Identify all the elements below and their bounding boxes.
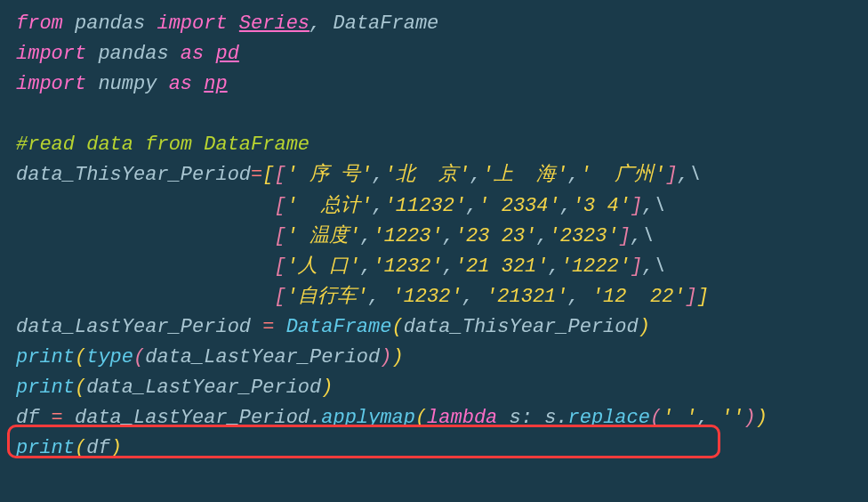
string-literal: ''	[720, 407, 743, 429]
code-line-blank	[16, 100, 852, 130]
paren-icon: (	[391, 316, 403, 338]
bracket-icon: ]	[619, 225, 631, 247]
module-name: pandas	[75, 12, 145, 35]
paren-icon: (	[75, 346, 86, 368]
builtin-print: print	[16, 437, 75, 459]
bracket-icon: ]	[686, 286, 697, 308]
module-name: numpy	[98, 73, 157, 95]
bracket-icon: [	[274, 286, 285, 308]
string-literal: '1232'	[391, 286, 462, 308]
code-line-1: from pandas import Series, DataFrame	[16, 9, 852, 39]
paren-icon: (	[650, 407, 662, 429]
builtin-print: print	[16, 376, 75, 399]
lambda-param: s	[510, 407, 521, 429]
keyword-from: from	[16, 12, 63, 35]
string-literal: '1222'	[560, 255, 631, 278]
continuation: \	[654, 195, 665, 217]
code-line-14: df = data_LastYear_Period.applymap(lambd…	[16, 403, 852, 433]
keyword-as: as	[169, 73, 192, 95]
code-line-3: import numpy as np	[16, 69, 852, 100]
string-literal: '11232'	[384, 195, 466, 217]
import-name: DataFrame	[333, 12, 438, 35]
continuation: \	[642, 225, 654, 247]
class-call: DataFrame	[286, 316, 392, 338]
string-literal: ' 广州'	[580, 164, 666, 186]
variable: data_LastYear_Period	[16, 316, 251, 338]
bracket-icon: [	[262, 164, 274, 186]
bracket-icon: [	[274, 164, 285, 186]
argument: data_LastYear_Period	[86, 376, 321, 399]
argument: df	[86, 437, 109, 459]
string-literal: '上 海'	[482, 164, 568, 186]
bracket-icon: ]	[666, 164, 678, 186]
paren-icon: )	[110, 437, 122, 459]
paren-icon: (	[75, 437, 86, 459]
keyword-import: import	[157, 12, 227, 35]
string-literal: '1232'	[372, 255, 442, 278]
paren-icon: )	[321, 376, 333, 399]
code-line-11: data_LastYear_Period = DataFrame(data_Th…	[16, 312, 852, 343]
code-line-2: import pandas as pd	[16, 39, 852, 69]
code-line-10: ['自行车', '1232', '21321', '12 22']]	[16, 282, 852, 312]
string-literal: ' 2334'	[478, 195, 559, 217]
string-literal: ' 总计'	[286, 195, 373, 217]
bracket-icon: ]	[631, 255, 642, 278]
argument: data_LastYear_Period	[145, 346, 380, 368]
string-literal: '1223'	[372, 225, 442, 247]
variable: data_ThisYear_Period	[16, 164, 251, 186]
paren-icon: (	[415, 407, 427, 429]
code-line-13: print(data_LastYear_Period)	[16, 373, 852, 403]
paren-icon: )	[639, 316, 650, 338]
continuation: \	[654, 255, 665, 278]
string-literal: ' '	[662, 407, 697, 429]
string-literal: '12 22'	[591, 286, 686, 308]
code-line-7: [' 总计','11232',' 2334','3 4'],\	[16, 191, 852, 222]
code-line-6: data_ThisYear_Period=[[' 序 号','北 京','上 海…	[16, 160, 852, 190]
bracket-icon: ]	[697, 286, 709, 308]
paren-icon: )	[756, 407, 768, 429]
code-block: from pandas import Series, DataFrame imp…	[16, 9, 852, 464]
bracket-icon: ]	[631, 195, 642, 217]
code-line-12: print(type(data_LastYear_Period))	[16, 343, 852, 373]
code-line-15: print(df)	[16, 433, 852, 464]
builtin-type: type	[86, 346, 133, 368]
string-literal: '21 321'	[454, 255, 549, 278]
bracket-icon: [	[274, 255, 285, 278]
paren-icon: )	[391, 346, 403, 368]
keyword-as: as	[181, 43, 204, 65]
string-literal: '21321'	[486, 286, 567, 308]
import-alias: np	[204, 73, 227, 95]
paren-icon: (	[75, 376, 86, 399]
string-literal: '人 口'	[286, 255, 361, 278]
variable: df	[16, 407, 39, 429]
object-ref: data_LastYear_Period	[75, 407, 309, 429]
argument: data_ThisYear_Period	[404, 316, 639, 338]
continuation: \	[689, 164, 701, 186]
method-call: applymap	[321, 407, 415, 429]
string-literal: '3 4'	[572, 195, 631, 217]
import-name: Series	[239, 12, 309, 35]
code-line-9: ['人 口','1232','21 321','1222'],\	[16, 252, 852, 282]
bracket-icon: [	[274, 225, 285, 247]
string-literal: '自行车'	[286, 286, 368, 308]
paren-icon: (	[133, 346, 145, 368]
code-line-comment: #read data from DataFrame	[16, 130, 852, 160]
module-name: pandas	[98, 43, 168, 65]
string-literal: ' 序 号'	[286, 164, 373, 186]
string-literal: '23 23'	[454, 225, 536, 247]
bracket-icon: [	[274, 195, 285, 217]
keyword-import: import	[16, 43, 86, 65]
string-literal: '北 京'	[384, 164, 470, 186]
code-line-8: [' 温度','1223','23 23','2323'],\	[16, 222, 852, 252]
comment-text: #read data from DataFrame	[16, 134, 309, 156]
paren-icon: )	[744, 407, 756, 429]
paren-icon: )	[380, 346, 391, 368]
import-alias: pd	[215, 43, 238, 65]
keyword-import: import	[16, 73, 86, 95]
method-call: replace	[568, 407, 650, 429]
string-literal: '2323'	[549, 225, 619, 247]
builtin-print: print	[16, 346, 75, 368]
keyword-lambda: lambda	[427, 407, 497, 429]
string-literal: ' 温度'	[286, 225, 361, 247]
